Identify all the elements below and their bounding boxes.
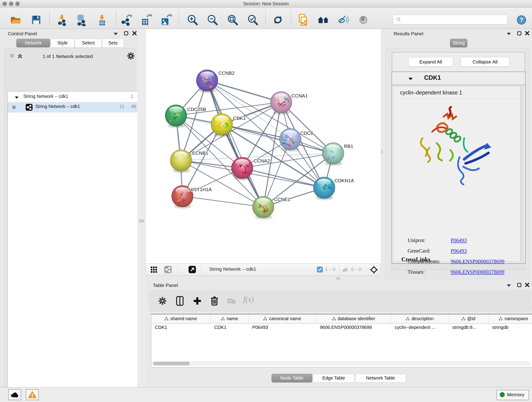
maximize-panel-icon[interactable]	[517, 283, 522, 288]
open-external-icon[interactable]	[189, 266, 196, 274]
table-cell[interactable]: CDK1	[151, 323, 210, 332]
import-database-icon[interactable]	[75, 14, 87, 27]
birdseye-toggle-icon[interactable]	[370, 265, 378, 275]
float-panel-icon[interactable]	[506, 32, 511, 36]
table-hscrollbar[interactable]	[152, 361, 530, 366]
network-edge[interactable]	[207, 80, 281, 102]
float-panel-icon[interactable]	[506, 283, 511, 288]
tab-sets[interactable]: Sets	[102, 39, 124, 47]
table-header-row[interactable]: shared namenamecanonical namedatabase id…	[151, 314, 532, 323]
table-cell[interactable]: P06493	[249, 323, 316, 332]
export-image-icon[interactable]	[160, 14, 172, 27]
network-collection-row[interactable]: String Network – cdk1 1	[8, 93, 138, 103]
tab-node-table[interactable]: Node Table	[272, 374, 312, 383]
table-cell[interactable]: 9606.ENSP00000378699	[316, 323, 391, 332]
network-edge[interactable]	[182, 196, 263, 207]
maximize-panel-icon[interactable]	[517, 31, 522, 37]
column-header-id[interactable]: @id	[449, 314, 488, 323]
tab-string[interactable]: String	[450, 39, 467, 47]
hidden-count: 0 – 0	[351, 267, 361, 272]
crosslink-value-link[interactable]: P06493	[451, 248, 467, 254]
export-network-icon[interactable]	[120, 14, 133, 27]
tab-network-table[interactable]: Network Table	[355, 374, 406, 383]
tab-edge-table[interactable]: Edge Table	[313, 374, 355, 383]
table-hscrollbar-thumb[interactable]	[153, 362, 190, 365]
select-columns-icon[interactable]	[175, 296, 184, 307]
network-canvas[interactable]: CCNB2CCNA1CDC25BCDK1CDC6RB1CCNB1CCNA2CDK…	[145, 29, 381, 263]
tab-network[interactable]: Network	[16, 39, 50, 47]
zoom-fit-icon[interactable]	[226, 14, 239, 27]
warning-button[interactable]	[26, 389, 39, 400]
refresh-icon[interactable]	[272, 14, 284, 27]
crosslink-value-link[interactable]: 9606.ENSP00000378699	[451, 269, 505, 275]
network-share-gray-icon[interactable]	[164, 266, 172, 274]
expand-all-icon[interactable]	[17, 53, 23, 60]
hide-glasses-icon[interactable]	[337, 13, 350, 27]
network-node-CDKN1A[interactable]	[313, 177, 335, 200]
zoom-out-icon[interactable]	[206, 14, 219, 27]
table-cell[interactable]: cyclin–dependent ...	[391, 323, 449, 332]
network-node-RB1[interactable]	[322, 143, 344, 166]
column-header-description[interactable]: description	[391, 314, 449, 323]
results-hscrollbar[interactable]	[392, 264, 525, 270]
delete-column-icon[interactable]	[210, 296, 219, 307]
toolbar-separator	[177, 265, 178, 274]
toolbar-separator	[339, 265, 340, 274]
table-cell[interactable]: stringdb	[488, 323, 532, 332]
close-panel-icon[interactable]	[132, 31, 137, 37]
close-panel-icon[interactable]	[525, 282, 530, 288]
left-divider[interactable]	[138, 29, 145, 387]
network-node-CCNA1[interactable]	[270, 91, 292, 114]
import-network-icon[interactable]	[56, 14, 68, 27]
memory-button[interactable]: Memory	[496, 390, 529, 400]
table-row[interactable]: CDK1CDK1P064939606.ENSP00000378699cyclin…	[151, 323, 532, 332]
import-table-icon[interactable]	[96, 14, 108, 27]
network-node-CCNE1[interactable]	[253, 196, 274, 219]
open-session-icon[interactable]	[10, 14, 22, 27]
zoom-in-icon[interactable]	[186, 14, 199, 27]
network-edge[interactable]	[207, 80, 263, 207]
table-cell[interactable]: stringdb:9...	[449, 323, 488, 332]
column-header-databaseidentifier[interactable]: database identifier	[316, 314, 391, 323]
close-panel-icon[interactable]	[525, 31, 530, 37]
tab-style[interactable]: Style	[51, 39, 75, 47]
column-header-sharedname[interactable]: shared name	[151, 314, 210, 323]
birdseye-grid-icon[interactable]	[151, 266, 157, 274]
export-table-icon[interactable]	[140, 14, 152, 27]
cloud-button[interactable]	[8, 389, 21, 400]
column-header-namespace[interactable]: namespace	[488, 314, 532, 323]
column-header-name[interactable]: name	[210, 314, 249, 323]
help-icon[interactable]: ?	[516, 15, 526, 26]
network-row-selected[interactable]: String Network – cdk1 11 48	[8, 102, 138, 113]
tab-select[interactable]: Select	[75, 39, 102, 47]
network-edge[interactable]	[222, 124, 333, 153]
maximize-panel-icon[interactable]	[124, 31, 129, 37]
tree-expand-icon[interactable]	[15, 95, 19, 100]
bottom-divider-handle[interactable]	[336, 277, 340, 280]
network-options-gear-icon[interactable]	[127, 52, 135, 61]
collapse-all-icon[interactable]	[9, 53, 16, 60]
network-node-CDC6[interactable]	[279, 128, 301, 151]
table-settings-gear-icon[interactable]	[158, 297, 167, 306]
network-node-CCNB1[interactable]	[170, 150, 192, 172]
zoom-selected-icon[interactable]	[247, 14, 259, 27]
expand-all-button[interactable]: Expand All	[408, 57, 453, 67]
save-session-icon[interactable]	[31, 14, 42, 27]
float-panel-icon[interactable]	[113, 32, 118, 36]
crosslink-value-link[interactable]: P06493	[451, 237, 467, 243]
network-node-CDC25B[interactable]	[165, 105, 187, 128]
homology-houses-icon[interactable]	[317, 13, 330, 27]
network-edge[interactable]	[242, 168, 324, 188]
add-column-icon[interactable]	[193, 296, 202, 306]
node-label: CCNB1	[192, 150, 208, 156]
hidden-eye-slash-icon[interactable]	[342, 266, 349, 274]
search-input[interactable]	[393, 15, 507, 24]
column-header-canonicalname[interactable]: canonical name	[249, 314, 316, 323]
collapse-all-button[interactable]: Collapse All	[461, 57, 510, 67]
string-document-icon[interactable]	[297, 13, 310, 27]
network-node-CDK1[interactable]	[211, 114, 233, 137]
table-cell[interactable]: CDK1	[210, 323, 249, 332]
left-divider-handle[interactable]	[139, 219, 144, 223]
results-vscrollbar[interactable]	[520, 86, 524, 261]
selected-checkbox-icon[interactable]	[317, 267, 323, 274]
